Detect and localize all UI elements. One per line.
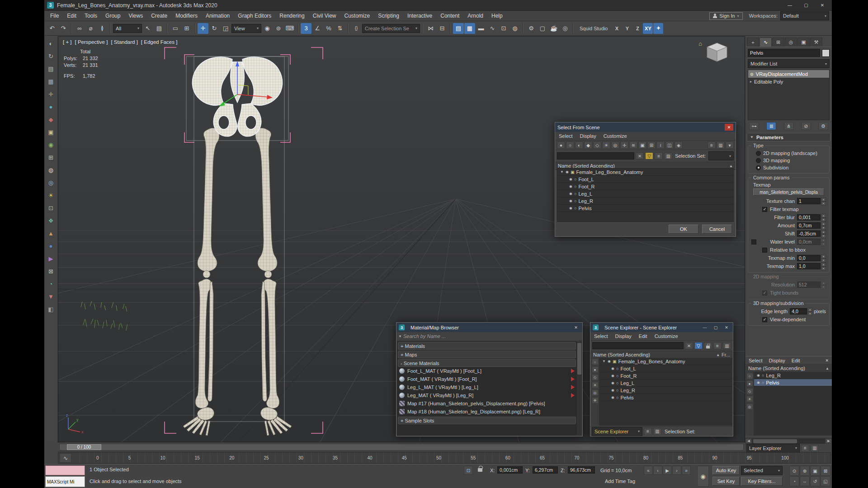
left-tool-camera-icon[interactable]: ◎ [46, 178, 56, 188]
material-browser-titlebar[interactable]: 3 Material/Map Browser ✕ [396, 323, 582, 332]
mirror-icon[interactable]: ⋈ [425, 23, 436, 34]
sfs-list-view-icon[interactable]: ≡ [655, 152, 663, 160]
render-iterative-icon[interactable]: ◎ [560, 23, 571, 34]
display-invert-icon[interactable]: ◐ [575, 141, 583, 149]
track-bar[interactable]: ∿ 05101520253035404550556065707580859095… [58, 452, 831, 464]
scroll-left-icon[interactable]: ◀ [745, 438, 752, 444]
rectangular-selection-icon[interactable]: ▭ [170, 23, 181, 34]
left-tool-star-icon[interactable]: ❖ [46, 216, 56, 225]
sfs-sync-icon[interactable]: ▥ [664, 152, 672, 160]
relative-to-bbox-checkbox[interactable]: ✓Relative to bbox [750, 246, 828, 254]
edge-length-field[interactable]: 4,0 [790, 308, 807, 314]
sfs-search-input[interactable] [557, 152, 634, 160]
scroll-right-icon[interactable]: ▶ [826, 438, 832, 444]
scene-object-row[interactable]: ◉ ○ Leg_L [557, 190, 733, 197]
expand-icon[interactable]: ▸ [750, 80, 752, 84]
modifier-stack-row-editable-poly[interactable]: ▸ Editable Poly [748, 78, 829, 85]
visibility-eye-icon[interactable]: ◉ [569, 192, 572, 196]
scene-object-row[interactable]: ◉ ○ Foot_L [599, 365, 732, 372]
auto-key-button[interactable]: Auto Key [712, 466, 740, 475]
unlink-selection-icon[interactable]: ⌀ [85, 23, 96, 34]
menu-item[interactable]: Create [147, 11, 171, 21]
texmap-button[interactable]: man_Skeleton_pelvis_Displa [753, 188, 824, 196]
minimize-icon[interactable]: — [701, 324, 709, 331]
scene-object-row[interactable]: ◉ ○ Leg_R [557, 197, 733, 205]
material-row[interactable]: Foot_MAT ( VRayMtl ) [Foot_R] [397, 375, 577, 383]
dock-menu-display[interactable]: Display [766, 358, 788, 363]
show-end-result-icon[interactable]: ≣ [766, 122, 776, 130]
dock-display-cameras-icon[interactable]: ◎ [746, 404, 753, 410]
render-production-icon[interactable]: ☕ [548, 23, 559, 34]
visibility-eye-icon[interactable]: ◉ [569, 199, 572, 203]
select-and-link-icon[interactable]: ∞ [74, 23, 85, 34]
texmap-min-spinner[interactable]: ▴▾ [821, 254, 826, 262]
minimize-button[interactable]: — [783, 1, 797, 9]
radio-subdivision[interactable]: Subdivision [750, 164, 828, 171]
explorer-type-combo[interactable]: Layer Explorer▾ [746, 444, 800, 453]
menu-item[interactable]: Group [101, 11, 124, 21]
mini-curve-editor-icon[interactable]: ∿ [60, 453, 71, 463]
texmap-max-spinner[interactable]: ▴▾ [821, 263, 826, 270]
dock-horizontal-scrollbar[interactable]: ◀ ▶ [745, 438, 832, 444]
snap-toggle-3d-icon[interactable]: 3 [301, 23, 311, 34]
dock-menu-select[interactable]: Select [745, 358, 766, 363]
left-tool-select-icon[interactable]: ◐ [46, 38, 56, 48]
menu-item[interactable]: Arnold [463, 11, 487, 21]
filter-funnel-icon[interactable]: ▽ [694, 342, 703, 349]
scene-root-row[interactable]: ▼ ◉ ▣ Female_Leg_Bones_Anatomy [557, 169, 733, 176]
modifier-stack-row-vraydisplacementmod[interactable]: ◍ VRayDisplacementMod [748, 70, 829, 78]
set-key-button[interactable]: Set Key [712, 477, 740, 486]
menu-item[interactable]: Tools [80, 11, 101, 21]
viewport-menu-shading[interactable]: [ Standard ] [111, 39, 137, 45]
layer-object-row[interactable]: ◉ ○ Pelvis [754, 379, 832, 386]
display-none-icon[interactable]: ○ [566, 141, 574, 149]
maps-section-header[interactable]: + Maps [398, 351, 576, 358]
render-setup-icon[interactable]: ⚙ [526, 23, 537, 34]
viewport-menu-display[interactable]: [ Edged Faces ] [141, 39, 178, 45]
tab-hierarchy-icon[interactable]: ⊞ [772, 38, 784, 47]
menu-item[interactable]: Customize [340, 11, 374, 21]
schematic-view-icon[interactable]: ⊡ [498, 23, 509, 34]
orbit-icon[interactable]: ↺ [810, 476, 820, 486]
display-geometry-icon[interactable]: ◆ [584, 141, 592, 149]
material-row[interactable]: Map #18 (Human_Skeleton_leg_Displacement… [397, 408, 577, 416]
maximize-viewport-icon[interactable]: ◱ [821, 476, 830, 486]
maxscript-macro-recorder[interactable] [45, 465, 85, 475]
left-tool-render-icon[interactable]: ◍ [46, 165, 56, 175]
z-coordinate-field[interactable]: 96,673cm [568, 466, 595, 474]
tab-modify-icon[interactable]: ∿ [760, 38, 772, 47]
bind-to-space-warp-icon[interactable]: ≬ [97, 23, 108, 34]
material-search-placeholder[interactable]: Search by Name ... [403, 333, 580, 339]
dock-display-none-icon[interactable]: ○ [746, 373, 753, 379]
display-cameras-icon[interactable]: ◎ [611, 141, 619, 149]
align-icon[interactable]: ⊟ [437, 23, 448, 34]
axis-x-button[interactable]: X [612, 23, 622, 34]
remove-modifier-icon[interactable]: ⊘ [801, 122, 811, 130]
previous-frame-button[interactable]: ‹ [653, 466, 662, 475]
time-slider-handle[interactable]: 0 / 100 [67, 444, 101, 450]
left-tool-dot-icon[interactable]: ● [46, 241, 56, 251]
left-tool-add-icon[interactable]: ✛ [46, 89, 56, 99]
rendered-frame-window-icon[interactable]: ▢ [537, 23, 548, 34]
texture-channel-field[interactable]: 1 [797, 198, 821, 204]
close-icon[interactable]: ✕ [572, 324, 580, 331]
make-unique-icon[interactable]: ⋔ [784, 122, 794, 130]
visibility-eye-icon[interactable]: ◉ [569, 184, 572, 188]
menu-item[interactable]: Content [436, 11, 463, 21]
scene-object-row[interactable]: ◉ ○ Foot_L [557, 176, 733, 183]
key-filters-button[interactable]: Key Filters... [741, 477, 783, 486]
se-grid-icon[interactable]: ▥ [653, 428, 661, 435]
sfs-settings-icon[interactable]: ≡ [708, 141, 716, 149]
dock-display-lights-icon[interactable]: ☀ [746, 396, 753, 402]
object-name-field[interactable] [748, 49, 820, 57]
sfs-pick-icon[interactable]: ▾ [726, 141, 734, 149]
window-crossing-icon[interactable]: ⊞ [181, 23, 192, 34]
left-tool-box-icon[interactable]: ▣ [46, 127, 56, 137]
axis-xyz-icon[interactable]: ✦ [653, 23, 663, 34]
scene-object-row[interactable]: ◉ ○ Leg_R [599, 387, 732, 394]
toggle-ribbon-icon[interactable]: ▬ [476, 23, 486, 34]
select-object-icon[interactable]: ↖ [142, 23, 153, 34]
left-tool-half-icon[interactable]: ◧ [46, 304, 56, 314]
se-display-none-icon[interactable]: ○ [592, 359, 599, 365]
select-from-scene-titlebar[interactable]: Select From Scene ✕ [555, 122, 736, 132]
